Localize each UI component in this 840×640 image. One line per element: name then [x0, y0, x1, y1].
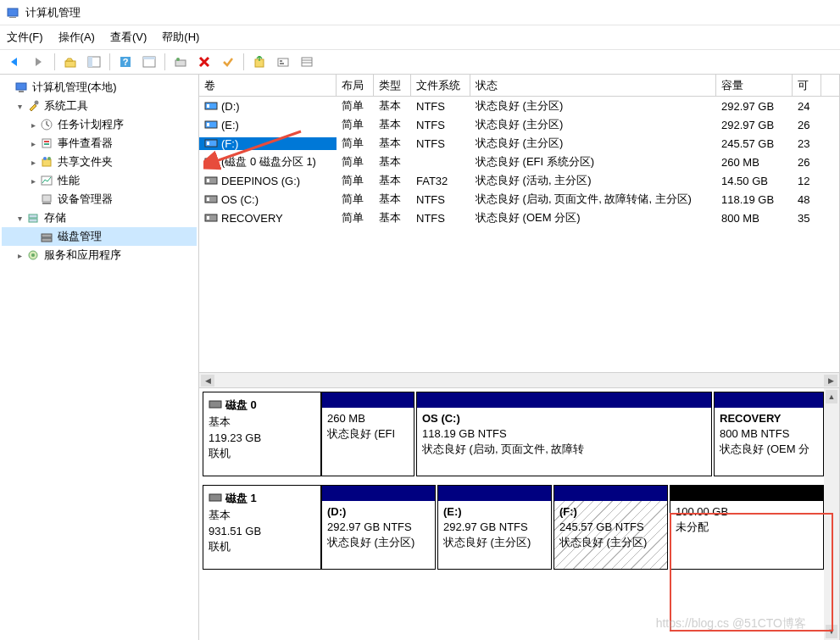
cell-type: 基本 [374, 173, 411, 188]
expander-icon[interactable]: ▸ [27, 139, 39, 148]
menu-action[interactable]: 操作(A) [58, 30, 95, 45]
cell-free: 24 [793, 100, 821, 113]
expander-icon[interactable]: ▸ [14, 251, 25, 260]
services-icon [25, 248, 41, 262]
disk1-part-d[interactable]: (D:) 292.97 GB NTFS 状态良好 (主分区) [321, 485, 436, 570]
volume-row[interactable]: OS (C:)简单基本NTFS状态良好 (启动, 页面文件, 故障转储, 主分区… [199, 190, 839, 209]
tree-shared-folders[interactable]: ▸ 共享文件夹 [2, 153, 197, 171]
volume-grid: 卷 布局 类型 文件系统 状态 容量 可 (D:)简单基本NTFS状态良好 (主… [199, 75, 839, 388]
delete-button[interactable] [194, 52, 214, 72]
volume-row[interactable]: RECOVERY简单基本NTFS状态良好 (OEM 分区)800 MB35 [199, 209, 839, 227]
help-button[interactable]: ? [115, 52, 136, 72]
disk1-info[interactable]: 磁盘 1 基本 931.51 GB 联机 [203, 485, 321, 570]
part-line1: 245.57 GB NTFS [559, 520, 662, 535]
tree-disk-management[interactable]: 磁盘管理 [2, 227, 197, 246]
watermark: https://blog.cs @51CTO博客 [656, 616, 806, 632]
tree-label: 系统工具 [44, 98, 88, 114]
expander-icon[interactable]: ▸ [27, 158, 39, 167]
menu-help[interactable]: 帮助(H) [162, 30, 199, 45]
volume-row[interactable]: (磁盘 0 磁盘分区 1)简单基本状态良好 (EFI 系统分区)260 MB26 [199, 153, 839, 171]
tree-label: 事件查看器 [58, 136, 113, 151]
tree-root[interactable]: 计算机管理(本地) [2, 78, 197, 97]
disk0-part1[interactable]: 260 MB 状态良好 (EFI [321, 392, 414, 476]
scroll-left-icon[interactable]: ◀ [201, 375, 214, 387]
nav-tree[interactable]: 计算机管理(本地) ▾ 系统工具 ▸ 任务计划程序 ▸ 事件查看器 ▸ 共享文件… [0, 75, 199, 640]
svg-rect-51 [209, 401, 221, 408]
disk1-unallocated[interactable]: 100.00 GB 未分配 [670, 485, 824, 570]
cell-volume: (磁盘 0 磁盘分区 1) [199, 154, 337, 170]
disk1-part-f[interactable]: (F:) 245.57 GB NTFS 状态良好 (主分区) [554, 485, 668, 570]
cell-capacity: 292.97 GB [716, 100, 793, 113]
expander-icon[interactable]: ▾ [14, 214, 25, 223]
refresh-button[interactable] [170, 52, 191, 72]
volume-name: DEEPINOS (G:) [221, 175, 300, 187]
settings-button[interactable] [273, 52, 293, 72]
disk1-part-e[interactable]: (E:) 292.97 GB NTFS 状态良好 (主分区) [437, 485, 552, 570]
expander-icon[interactable]: ▸ [27, 176, 39, 186]
cell-free: 48 [793, 193, 821, 206]
performance-icon [39, 174, 54, 187]
col-capacity[interactable]: 容量 [716, 75, 793, 96]
svg-rect-48 [207, 198, 209, 201]
tree-performance[interactable]: ▸ 性能 [2, 171, 197, 190]
col-layout[interactable]: 布局 [337, 75, 374, 96]
tree-label: 设备管理器 [58, 192, 113, 207]
volume-row[interactable]: (F:)简单基本NTFS状态良好 (主分区)245.57 GB23 [199, 134, 839, 153]
scroll-up-icon[interactable]: ▲ [826, 390, 837, 403]
svg-rect-9 [175, 60, 186, 66]
scroll-down-icon[interactable]: ▼ [826, 625, 837, 638]
cell-filesystem: FAT32 [411, 175, 470, 187]
disk0-type: 基本 [209, 415, 315, 430]
horizontal-scrollbar[interactable]: ◀ ▶ [199, 372, 839, 387]
disk0-info[interactable]: 磁盘 0 基本 119.23 GB 联机 [203, 392, 321, 476]
show-hide-tree-button[interactable] [84, 52, 104, 72]
svg-rect-24 [44, 143, 49, 145]
export-button[interactable] [249, 52, 270, 72]
tree-services-apps[interactable]: ▸ 服务和应用程序 [2, 246, 197, 264]
tree-device-manager[interactable]: 设备管理器 [2, 190, 197, 209]
volume-icon [204, 157, 218, 167]
back-button[interactable] [5, 52, 25, 72]
menu-file[interactable]: 文件(F) [7, 30, 43, 45]
menu-view[interactable]: 查看(V) [110, 30, 147, 45]
tree-label: 共享文件夹 [58, 154, 113, 170]
cell-layout: 简单 [337, 117, 374, 132]
disk0-title: 磁盘 0 [225, 398, 257, 413]
properties-button[interactable] [139, 52, 159, 72]
volume-name: (D:) [221, 100, 240, 113]
col-type[interactable]: 类型 [374, 75, 411, 96]
volume-row[interactable]: (E:)简单基本NTFS状态良好 (主分区)292.97 GB26 [199, 115, 839, 134]
up-button[interactable] [60, 52, 81, 72]
col-filesystem[interactable]: 文件系统 [411, 75, 470, 96]
volume-icon [204, 101, 218, 111]
expander-icon[interactable]: ▸ [27, 120, 39, 130]
list-button[interactable] [297, 52, 317, 72]
vertical-scrollbar[interactable]: ▲ ▼ [824, 388, 839, 640]
tree-task-scheduler[interactable]: ▸ 任务计划程序 [2, 115, 197, 134]
cell-type: 基本 [374, 98, 411, 114]
volume-row[interactable]: (D:)简单基本NTFS状态良好 (主分区)292.97 GB24 [199, 97, 839, 115]
volume-name: (F:) [221, 137, 238, 150]
cell-free: 35 [793, 212, 821, 225]
tree-storage[interactable]: ▾ 存储 [2, 209, 197, 227]
check-button[interactable] [218, 52, 238, 72]
disk0-part2[interactable]: OS (C:) 118.19 GB NTFS 状态良好 (启动, 页面文件, 故… [416, 392, 712, 476]
part-name: (E:) [443, 504, 546, 520]
grid-body[interactable]: (D:)简单基本NTFS状态良好 (主分区)292.97 GB24(E:)简单基… [199, 97, 839, 372]
svg-rect-1 [9, 17, 16, 18]
svg-rect-42 [207, 142, 209, 145]
expander-icon[interactable]: ▾ [14, 102, 25, 111]
scroll-right-icon[interactable]: ▶ [824, 375, 837, 387]
col-status[interactable]: 状态 [470, 75, 716, 96]
cell-layout: 简单 [337, 154, 374, 170]
forward-button[interactable] [29, 52, 49, 72]
col-volume[interactable]: 卷 [199, 75, 337, 96]
cell-volume: OS (C:) [199, 193, 337, 206]
tree-event-viewer[interactable]: ▸ 事件查看器 [2, 134, 197, 153]
tree-system-tools[interactable]: ▾ 系统工具 [2, 97, 197, 115]
volume-row[interactable]: DEEPINOS (G:)简单基本FAT32状态良好 (活动, 主分区)14.5… [199, 171, 839, 190]
cell-layout: 简单 [337, 210, 374, 225]
volume-name: (E:) [221, 119, 239, 131]
disk0-part3[interactable]: RECOVERY 800 MB NTFS 状态良好 (OEM 分 [714, 392, 824, 476]
col-free[interactable]: 可 [793, 75, 821, 96]
